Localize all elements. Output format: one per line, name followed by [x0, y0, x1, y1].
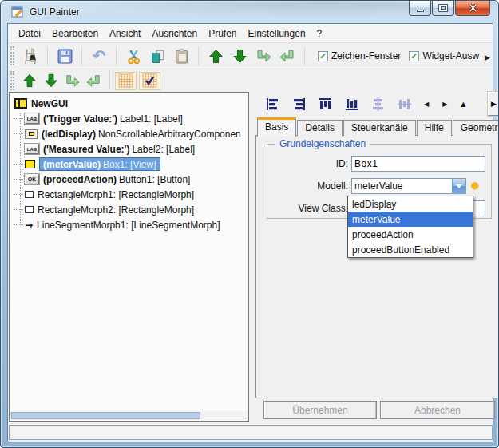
- painter-easel-icon: [22, 47, 40, 65]
- menu-datei[interactable]: Datei: [13, 26, 46, 41]
- tree-stub: [14, 164, 23, 165]
- line-arrow-icon: →: [25, 220, 33, 231]
- tree-row-label: LineSegmentMorph1: [LineSegmentMorph]: [37, 220, 220, 231]
- combo-dropdown-button[interactable]: [452, 179, 465, 193]
- separator: [198, 46, 199, 65]
- painter-tool-button[interactable]: [18, 45, 42, 67]
- tree-row-rectangle2[interactable]: RectangleMorph2: [RectangleMorph]: [10, 202, 248, 217]
- grid-toggle-button[interactable]: [115, 72, 137, 90]
- model-value: meterValue: [352, 180, 452, 192]
- tree-row-label1[interactable]: LAB ('Trigger Value:')Label1: [Label]: [10, 111, 248, 126]
- undo-icon: ↶: [93, 48, 106, 64]
- more-tools-button[interactable]: ▶: [488, 92, 499, 116]
- move-up-button[interactable]: [204, 45, 228, 67]
- center-horizontal-icon[interactable]: [371, 97, 385, 111]
- minimize-button[interactable]: [409, 1, 431, 16]
- move-down-button-2[interactable]: [40, 72, 61, 90]
- id-field[interactable]: [351, 156, 485, 172]
- tree-row-linesegment[interactable]: → LineSegmentMorph1: [LineSegmentMorph]: [10, 217, 248, 232]
- tree-row-label2[interactable]: LAB ('Measured Value:')Label2: [Label]: [10, 141, 248, 157]
- selected-tree-label: (meterValue)Box1: [View]: [39, 157, 160, 171]
- center-vertical-icon[interactable]: [398, 97, 411, 111]
- turn-left-button[interactable]: [275, 45, 299, 67]
- turn-right-button-2[interactable]: [61, 72, 83, 90]
- cancel-button[interactable]: Abbrechen: [380, 401, 495, 419]
- menu-pruefen[interactable]: Prüfen: [203, 26, 242, 41]
- menu-help[interactable]: ?: [311, 26, 328, 41]
- scroll-left-icon[interactable]: ◀: [424, 101, 429, 108]
- horizontal-scrollbar[interactable]: [10, 411, 248, 420]
- move-down-button[interactable]: [228, 45, 251, 67]
- checkbox-zeichen-fenster[interactable]: ✓ Zeichen-Fenster: [318, 50, 401, 61]
- tree-stub: [14, 118, 23, 119]
- model-label: Modell:: [267, 180, 351, 192]
- checkbox-widget-auswahl[interactable]: ✓ Widget-Ausw: [409, 50, 479, 61]
- menu-einstellungen[interactable]: Einstellungen: [243, 26, 311, 41]
- toolbar-gripper[interactable]: [10, 46, 14, 65]
- align-top-icon[interactable]: [319, 97, 332, 111]
- save-icon: [57, 48, 73, 65]
- tree-row-button1[interactable]: OK (proceedAction)Button1: [Button]: [10, 172, 248, 187]
- checkbox-label: Widget-Ausw: [422, 50, 479, 61]
- paste-button[interactable]: [169, 45, 193, 67]
- tab-details[interactable]: Details: [297, 120, 343, 136]
- tree-row-label: ('Trigger Value:')Label1: [Label]: [43, 113, 183, 125]
- checkbox-check-icon: ✓: [318, 51, 328, 61]
- turn-right-button[interactable]: [251, 45, 275, 67]
- cut-button[interactable]: [121, 45, 145, 67]
- menu-ansicht[interactable]: Ansicht: [104, 26, 146, 41]
- snap-grid-toggle-button[interactable]: [139, 72, 160, 90]
- menu-bearbeiten[interactable]: Bearbeiten: [46, 26, 104, 41]
- tree-row-box1-selected[interactable]: (meterValue)Box1: [View]: [10, 157, 248, 172]
- label-icon: LAB: [25, 144, 39, 154]
- undo-button[interactable]: ↶: [87, 45, 111, 67]
- id-label: ID:: [267, 158, 351, 169]
- save-button[interactable]: [53, 45, 77, 67]
- tree-row-leddisplay[interactable]: (ledDisplay)NonScrollableArbitraryCompon…: [10, 126, 248, 141]
- tree-row-label: (ledDisplay)NonScrollableArbitraryCompon…: [42, 129, 241, 140]
- move-up-button-2[interactable]: [18, 72, 40, 90]
- toolbar-secondary: [8, 70, 493, 91]
- arrow-turn-left-icon: [86, 73, 101, 89]
- tree-row-rectangle1[interactable]: RectangleMorph1: [RectangleMorph]: [10, 187, 248, 202]
- groupbox-title: Grundeigenschaften: [275, 138, 370, 149]
- dropdown-option-proceedaction[interactable]: proceedAction: [348, 227, 473, 242]
- tab-steuerkanaele[interactable]: Steuerkanäle: [343, 120, 416, 136]
- close-icon: [469, 4, 477, 12]
- widget-tree-panel: NewGUI LAB ('Trigger Value:')Label1: [La…: [9, 92, 249, 422]
- toolbar-overflow-icon[interactable]: ▶: [485, 54, 490, 61]
- scroll-up-icon[interactable]: ▲: [461, 101, 465, 108]
- title-bar[interactable]: GUI Painter: [1, 1, 498, 23]
- toolbar-gripper[interactable]: [10, 71, 14, 90]
- dropdown-option-metervalue[interactable]: meterValue: [348, 212, 473, 227]
- close-button[interactable]: [455, 1, 490, 16]
- align-bottom-icon[interactable]: [345, 97, 358, 111]
- property-inspector: ◀ ▶ ▲ ▶ Basis Details Steuerkanäle Hilfe…: [255, 92, 499, 422]
- copy-button[interactable]: [145, 45, 169, 67]
- paste-icon: [173, 48, 190, 65]
- align-right-icon[interactable]: [292, 97, 306, 111]
- tab-basis[interactable]: Basis: [257, 117, 296, 137]
- tab-hilfe[interactable]: Hilfe: [417, 120, 452, 136]
- model-combobox[interactable]: meterValue: [351, 178, 466, 194]
- minimize-icon: [417, 10, 424, 12]
- turn-left-button-2[interactable]: [83, 72, 105, 90]
- apply-button[interactable]: Übernehmen: [263, 401, 377, 419]
- tab-geometrie[interactable]: Geometrie: [453, 120, 499, 136]
- tree-stub: [14, 209, 23, 210]
- channel-star-icon[interactable]: ✹: [470, 180, 480, 192]
- maximize-button[interactable]: [432, 1, 454, 16]
- arrow-up-icon: [208, 49, 224, 64]
- scrollbar-thumb[interactable]: [11, 412, 200, 419]
- grid-icon: [118, 73, 133, 88]
- align-left-icon[interactable]: [266, 97, 279, 111]
- dropdown-option-proceedbuttonenabled[interactable]: proceedButtonEnabled: [348, 242, 473, 257]
- dropdown-option-leddisplay[interactable]: ledDisplay: [348, 196, 473, 212]
- arrow-turn-right-icon: [65, 73, 80, 89]
- scroll-right-icon[interactable]: ▶: [442, 101, 447, 108]
- arrow-turn-right-icon: [255, 48, 271, 64]
- tab-content-basis: Grundeigenschaften ID: Modell: meterValu…: [255, 135, 499, 398]
- window-icon: [14, 98, 27, 109]
- menu-ausrichten[interactable]: Ausrichten: [146, 26, 203, 41]
- tree-root-row[interactable]: NewGUI: [10, 96, 248, 111]
